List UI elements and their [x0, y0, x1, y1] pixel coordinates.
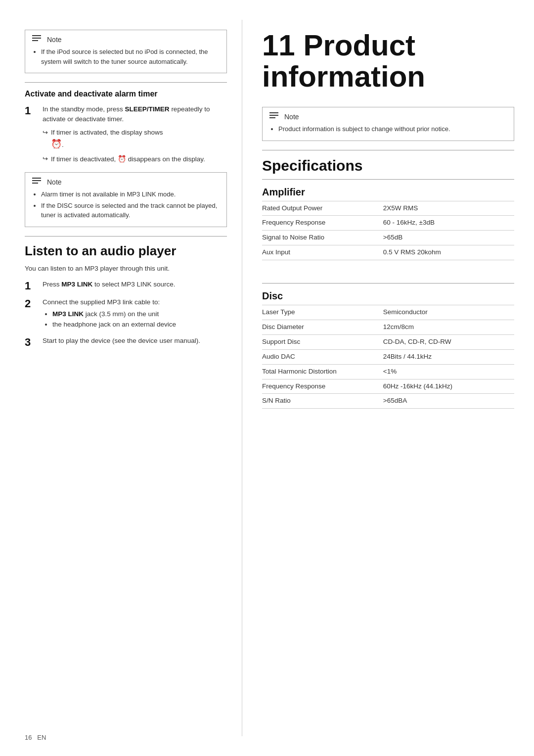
disc-label-4: Audio DAC — [262, 349, 383, 364]
note-box-2: Note Alarm timer is not available in MP3… — [25, 172, 227, 227]
disc-value-2: 12cm/8cm — [383, 320, 514, 334]
disc-value-6: 60Hz -16kHz (44.1kHz) — [383, 379, 514, 394]
chapter-title-block: 11 Productinformation — [262, 30, 514, 92]
step-bold-1: SLEEP/TIMER — [125, 105, 170, 113]
divider-2 — [25, 236, 227, 236]
disc-value-3: CD-DA, CD-R, CD-RW — [383, 334, 514, 349]
disc-label-2: Disc Diameter — [262, 320, 383, 334]
listen-step-number-1: 1 — [25, 280, 39, 292]
arrow-item-1: ↪ If timer is activated, the display sho… — [43, 128, 227, 151]
amp-label-1: Rated Output Power — [262, 201, 383, 216]
left-column: Note If the iPod source is selected but … — [0, 20, 242, 736]
arrow-sym-1: ↪ — [43, 128, 48, 138]
listen-step-bold-1: MP3 LINK — [61, 281, 92, 288]
note-label-1: Note — [47, 36, 62, 44]
divider-right-2 — [262, 179, 514, 180]
chapter-title: 11 Productinformation — [262, 30, 514, 92]
disc-value-4: 24Bits / 44.1kHz — [383, 349, 514, 364]
disc-label-7: S/N Ratio — [262, 394, 383, 409]
amp-row-3: Signal to Noise Ratio >65dB — [262, 231, 514, 245]
divider-right-3 — [262, 283, 514, 284]
disc-row-7: S/N Ratio >65dBA — [262, 394, 514, 409]
listen-step-number-3: 3 — [25, 336, 39, 349]
divider-1 — [25, 82, 227, 83]
listen-bullet-list: MP3 LINK jack (3.5 mm) on the unit the h… — [43, 310, 176, 330]
divider-right-1 — [262, 150, 514, 150]
amp-label-2: Frequency Response — [262, 216, 383, 231]
listen-step-number-2: 2 — [25, 297, 39, 310]
amp-value-3: >65dB — [383, 231, 514, 245]
listen-step-3: 3 Start to play the device (see the devi… — [25, 336, 227, 349]
step-content-1: In the standby mode, press SLEEP/TIMER r… — [43, 104, 227, 167]
listen-bullet-2: the headphone jack on an external device — [52, 320, 176, 330]
arrow-text-2: If timer is deactivated, ⏰ disappears on… — [51, 154, 205, 164]
amplifier-subheading: Amplifier — [262, 187, 514, 198]
disc-subheading: Disc — [262, 290, 514, 302]
listen-intro: You can listen to an MP3 player through … — [25, 264, 227, 274]
disc-label-1: Laser Type — [262, 305, 383, 320]
amp-row-1: Rated Output Power 2X5W RMS — [262, 201, 514, 216]
amp-value-2: 60 - 16kHz, ±3dB — [383, 216, 514, 231]
note-item-right-1: Product information is subject to change… — [278, 124, 507, 134]
arrow-sym-2: ↪ — [43, 154, 48, 164]
page-lang: EN — [37, 734, 46, 741]
disc-row-1: Laser Type Semiconductor — [262, 305, 514, 320]
amp-value-4: 0.5 V RMS 20kohm — [383, 245, 514, 260]
note-body-2: Alarm timer is not available in MP3 LINK… — [32, 189, 220, 220]
note-box-1: Note If the iPod source is selected but … — [25, 30, 227, 73]
disc-value-7: >65dBA — [383, 394, 514, 409]
arrow-item-2: ↪ If timer is deactivated, ⏰ disappears … — [43, 154, 227, 164]
disc-row-5: Total Harmonic Distortion <1% — [262, 364, 514, 379]
note-icon-2 — [32, 178, 43, 187]
listen-step-content-1: Press MP3 LINK to select MP3 LINK source… — [43, 280, 176, 289]
disc-label-5: Total Harmonic Distortion — [262, 364, 383, 379]
note-item-2-2: If the DISC source is selected and the t… — [41, 201, 220, 220]
disc-table: Laser Type Semiconductor Disc Diameter 1… — [262, 305, 514, 409]
listen-step-2: 2 Connect the supplied MP3 link cable to… — [25, 297, 227, 331]
listen-step-content-2: Connect the supplied MP3 link cable to: … — [43, 297, 176, 331]
alarm-section-heading: Activate and deactivate alarm timer — [25, 90, 227, 98]
page-number: 16 — [25, 734, 32, 741]
amp-row-4: Aux Input 0.5 V RMS 20kohm — [262, 245, 514, 260]
disc-row-3: Support Disc CD-DA, CD-R, CD-RW — [262, 334, 514, 349]
amp-label-3: Signal to Noise Ratio — [262, 231, 383, 245]
note-box-right: Note Product information is subject to c… — [262, 107, 514, 141]
listen-step-1: 1 Press MP3 LINK to select MP3 LINK sour… — [25, 280, 227, 292]
amp-value-1: 2X5W RMS — [383, 201, 514, 216]
arrow-text-1: If timer is activated, the display shows… — [51, 128, 163, 151]
arrow-list-1: ↪ If timer is activated, the display sho… — [43, 128, 227, 165]
right-column: 11 Productinformation Note Product infor… — [242, 20, 534, 736]
note-icon-1 — [32, 35, 43, 44]
disc-row-4: Audio DAC 24Bits / 44.1kHz — [262, 349, 514, 364]
note-body-right: Product information is subject to change… — [269, 124, 507, 134]
listen-heading: Listen to an audio player — [25, 243, 227, 259]
disc-label-6: Frequency Response — [262, 379, 383, 394]
page-footer: 16 EN — [25, 734, 46, 741]
disc-value-5: <1% — [383, 364, 514, 379]
alarm-step-1: 1 In the standby mode, press SLEEP/TIMER… — [25, 104, 227, 167]
disc-row-6: Frequency Response 60Hz -16kHz (44.1kHz) — [262, 379, 514, 394]
note-icon-right — [269, 112, 280, 121]
note-body-1: If the iPod source is selected but no iP… — [32, 47, 220, 66]
note-label-2: Note — [47, 178, 62, 186]
spec-heading: Specifications — [262, 157, 514, 174]
amplifier-table: Rated Output Power 2X5W RMS Frequency Re… — [262, 201, 514, 261]
chapter-number: 11 — [262, 29, 295, 62]
note-item-2-1: Alarm timer is not available in MP3 LINK… — [41, 189, 220, 199]
disc-row-2: Disc Diameter 12cm/8cm — [262, 320, 514, 334]
listen-bullet-1: MP3 LINK jack (3.5 mm) on the unit — [52, 310, 176, 319]
amp-label-4: Aux Input — [262, 245, 383, 260]
step-number-1: 1 — [25, 104, 39, 117]
disc-label-3: Support Disc — [262, 334, 383, 349]
note-label-right: Note — [284, 113, 299, 121]
note-item-1-1: If the iPod source is selected but no iP… — [41, 47, 220, 66]
amp-row-2: Frequency Response 60 - 16kHz, ±3dB — [262, 216, 514, 231]
disc-value-1: Semiconductor — [383, 305, 514, 320]
listen-step-content-3: Start to play the device (see the device… — [43, 336, 200, 346]
mp3-link-bold: MP3 LINK — [52, 310, 84, 318]
